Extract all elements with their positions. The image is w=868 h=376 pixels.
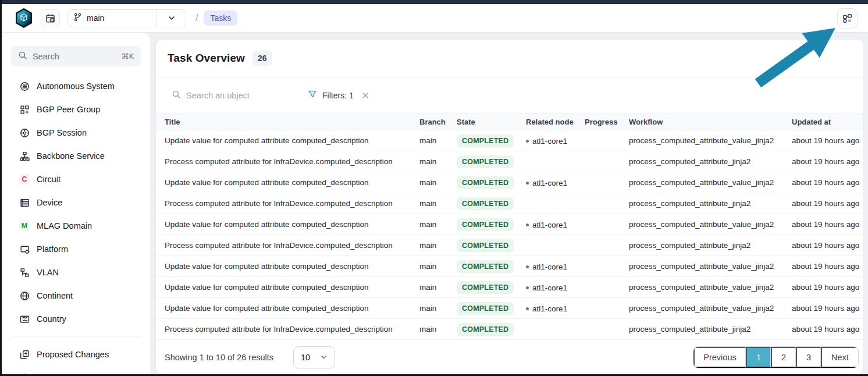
- sidebar-item-device[interactable]: Device: [2, 191, 150, 214]
- sidebar-item-autonomous-system[interactable]: Autonomous System: [2, 75, 150, 98]
- cell-workflow: process_computed_attribute_value_jinja2: [624, 262, 787, 271]
- infrahub-logo-icon[interactable]: [14, 8, 34, 29]
- related-node-label[interactable]: atl1-core1: [532, 263, 567, 271]
- cell-workflow: process_computed_attribute_jinja2: [624, 241, 787, 250]
- cell-related-node: atl1-core1: [521, 178, 580, 187]
- branch-selector-value[interactable]: main: [67, 13, 156, 23]
- status-badge: COMPLETED: [457, 323, 514, 336]
- related-node-label[interactable]: atl1-core1: [532, 221, 567, 229]
- sidebar-item-country[interactable]: Country: [2, 307, 150, 331]
- cell-title: Update value for computed attribute comp…: [160, 262, 415, 271]
- status-badge: COMPLETED: [457, 155, 514, 168]
- node-dot-icon: [526, 140, 529, 143]
- sidebar-item-circuit[interactable]: CCircuit: [2, 168, 150, 191]
- timeframe-calendar-button[interactable]: [41, 9, 60, 27]
- sidebar-search-box[interactable]: Search ⌘K: [11, 46, 141, 66]
- cell-related-node: atl1-core1: [521, 303, 580, 313]
- column-header-state: State: [452, 118, 521, 126]
- task-count-badge: 26: [252, 51, 272, 66]
- status-badge: COMPLETED: [457, 197, 514, 210]
- top-bar: main / Tasks: [2, 4, 868, 33]
- table-row[interactable]: Process computed attribute for InfraDevi…: [156, 151, 863, 172]
- next-page-button[interactable]: Next: [821, 347, 858, 368]
- table-row[interactable]: Process computed attribute for InfraDevi…: [156, 235, 863, 256]
- cell-branch: main: [415, 283, 452, 292]
- table-row[interactable]: Update value for computed attribute comp…: [156, 172, 863, 193]
- table-row[interactable]: Update value for computed attribute comp…: [156, 130, 863, 151]
- related-node-label[interactable]: atl1-core1: [532, 283, 567, 292]
- cell-related-node: atl1-core1: [521, 136, 580, 146]
- node-dot-icon: [526, 182, 529, 185]
- filters-count-label[interactable]: Filters: 1: [322, 91, 354, 100]
- table-footer: Showing 1 to 10 of 26 results 10 Previou…: [156, 340, 863, 374]
- column-header-branch: Branch: [415, 118, 452, 126]
- branch-selector[interactable]: main: [67, 9, 186, 27]
- filter-funnel-icon[interactable]: [308, 90, 317, 101]
- circuit-letter-icon: C: [19, 174, 30, 185]
- page-size-select[interactable]: 10: [293, 346, 335, 368]
- previous-page-button[interactable]: Previous: [693, 347, 746, 368]
- object-search-input[interactable]: Search an object: [172, 90, 293, 101]
- branch-selector-toggle[interactable]: [156, 10, 186, 27]
- related-node-label[interactable]: atl1-core1: [532, 137, 567, 146]
- vlan-icon: [19, 267, 30, 278]
- status-badge: COMPLETED: [457, 302, 514, 315]
- cell-state: COMPLETED: [452, 197, 521, 210]
- table-row[interactable]: Process computed attribute for InfraDevi…: [156, 193, 863, 214]
- sidebar-item-backbone-service[interactable]: Backbone Service: [2, 144, 150, 168]
- cell-updated-at: about 19 hours ago: [787, 304, 859, 313]
- sidebar-divider: [11, 336, 141, 336]
- cell-title: Update value for computed attribute comp…: [160, 304, 415, 313]
- task-overview-card: Task Overview 26 Search an object Filter…: [156, 40, 863, 374]
- pagination: Previous123Next: [693, 346, 859, 368]
- page-button-1[interactable]: 1: [746, 347, 771, 368]
- bgp-peer-group-icon: [19, 104, 30, 115]
- window-frame-top: [0, 0, 868, 4]
- sidebar-item-label: VLAN: [37, 268, 59, 277]
- status-badge: COMPLETED: [457, 260, 514, 273]
- cell-branch: main: [415, 157, 452, 166]
- sidebar-item-label: Device: [37, 198, 62, 207]
- search-shortcut-hint: ⌘K: [121, 52, 134, 61]
- table-row[interactable]: Process computed attribute for InfraDevi…: [156, 319, 863, 340]
- sidebar-item-label: BGP Session: [37, 128, 87, 137]
- node-dot-icon: [526, 265, 529, 268]
- table-row[interactable]: Update value for computed attribute comp…: [156, 277, 863, 298]
- sidebar-item-continent[interactable]: Continent: [2, 284, 150, 307]
- sidebar-item-bgp-session[interactable]: BGP Session: [2, 121, 150, 144]
- cell-workflow: process_computed_attribute_value_jinja2: [624, 178, 787, 187]
- sidebar-item-platform[interactable]: Platform: [2, 237, 150, 261]
- sidebar-item-label: BGP Peer Group: [37, 105, 100, 114]
- sidebar-item-label: Circuit: [37, 175, 61, 184]
- cell-title: Update value for computed attribute comp…: [160, 136, 415, 145]
- table-row[interactable]: Update value for computed attribute comp…: [156, 298, 863, 319]
- table-row[interactable]: Update value for computed attribute comp…: [156, 256, 863, 277]
- sidebar-item-label: Backbone Service: [37, 151, 105, 161]
- page-button-2[interactable]: 2: [771, 347, 796, 368]
- table-header-row: TitleBranchStateRelated nodeProgressWork…: [156, 113, 863, 130]
- related-node-label[interactable]: atl1-core1: [532, 304, 567, 313]
- sidebar-item-proposed-changes[interactable]: Proposed Changes: [2, 343, 150, 366]
- cell-state: COMPLETED: [452, 260, 521, 273]
- cell-title: Process computed attribute for InfraDevi…: [160, 157, 415, 166]
- cell-related-node: atl1-core1: [521, 261, 580, 271]
- sidebar-item-vlan[interactable]: VLAN: [2, 261, 150, 284]
- page-size-value: 10: [301, 353, 310, 362]
- schema-visualizer-button[interactable]: [837, 8, 858, 29]
- related-node-label[interactable]: atl1-core1: [532, 179, 567, 187]
- mlag-domain-letter-icon: M: [19, 221, 30, 231]
- sidebar-item-bgp-peer-group[interactable]: BGP Peer Group: [2, 98, 150, 121]
- cell-branch: main: [415, 178, 452, 187]
- filter-bar: Search an object Filters: 1: [156, 77, 863, 113]
- sidebar-footer-nav: Proposed ChangesObject Management: [2, 343, 150, 376]
- breadcrumb-tasks[interactable]: Tasks: [204, 10, 237, 26]
- clear-filters-icon[interactable]: [361, 91, 369, 100]
- backbone-service-icon: [19, 151, 30, 161]
- cell-branch: main: [415, 241, 452, 250]
- table-row[interactable]: Update value for computed attribute comp…: [156, 214, 863, 235]
- cell-title: Process computed attribute for InfraDevi…: [160, 325, 415, 334]
- sidebar-item-mlag-domain[interactable]: MMLAG Domain: [2, 214, 150, 237]
- status-badge: COMPLETED: [457, 134, 514, 147]
- page-button-3[interactable]: 3: [796, 347, 821, 368]
- cell-updated-at: about 19 hours ago: [787, 325, 859, 334]
